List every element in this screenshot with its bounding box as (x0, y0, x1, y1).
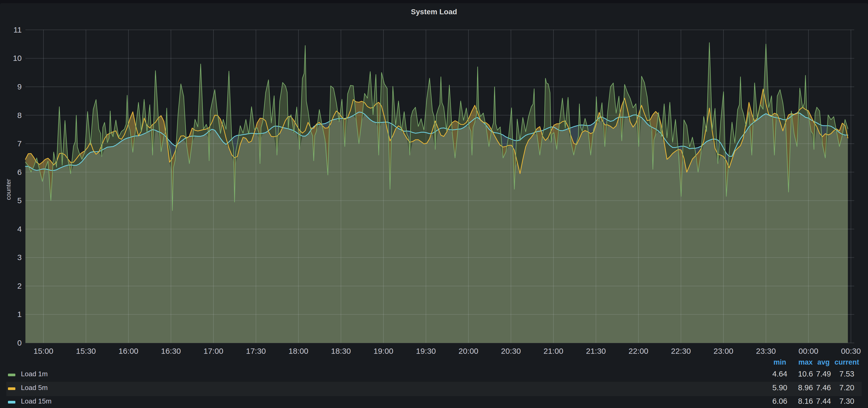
svg-text:0: 0 (17, 338, 22, 347)
svg-text:8.96: 8.96 (798, 383, 813, 392)
svg-text:7.46: 7.46 (816, 383, 831, 392)
svg-text:8.16: 8.16 (798, 397, 813, 405)
svg-text:max: max (798, 358, 813, 366)
svg-text:current: current (834, 358, 859, 366)
svg-text:Load 15m: Load 15m (21, 397, 52, 405)
svg-text:19:00: 19:00 (373, 347, 393, 355)
svg-text:Load 1m: Load 1m (21, 370, 48, 378)
svg-text:17:00: 17:00 (204, 347, 223, 355)
svg-text:16:00: 16:00 (118, 347, 138, 355)
svg-text:3: 3 (17, 253, 22, 262)
svg-text:00:30: 00:30 (841, 347, 861, 355)
svg-text:counter: counter (5, 179, 12, 200)
svg-text:avg: avg (817, 358, 830, 366)
svg-text:2: 2 (17, 281, 22, 290)
svg-text:18:00: 18:00 (288, 347, 308, 355)
svg-text:17:30: 17:30 (246, 347, 266, 355)
svg-text:System Load: System Load (411, 8, 457, 16)
svg-text:18:30: 18:30 (331, 347, 351, 355)
svg-text:9: 9 (17, 82, 22, 91)
svg-text:6: 6 (17, 168, 22, 176)
svg-text:8: 8 (17, 111, 22, 120)
svg-text:00:00: 00:00 (798, 347, 818, 355)
svg-text:23:30: 23:30 (756, 347, 776, 355)
svg-text:4: 4 (17, 225, 22, 233)
svg-text:7.49: 7.49 (816, 370, 831, 378)
svg-text:21:30: 21:30 (586, 347, 606, 355)
svg-text:6.06: 6.06 (772, 397, 787, 405)
svg-text:15:30: 15:30 (76, 347, 96, 355)
svg-text:11: 11 (13, 25, 22, 34)
svg-text:10: 10 (13, 54, 22, 62)
svg-text:23:00: 23:00 (713, 347, 733, 355)
svg-text:22:00: 22:00 (628, 347, 648, 355)
svg-text:16:30: 16:30 (161, 347, 181, 355)
svg-text:Load 5m: Load 5m (21, 384, 48, 392)
svg-text:7.44: 7.44 (816, 397, 831, 405)
svg-text:21:00: 21:00 (544, 347, 563, 355)
svg-text:5.90: 5.90 (772, 383, 787, 392)
svg-text:7.30: 7.30 (839, 397, 854, 405)
svg-text:19:30: 19:30 (416, 347, 436, 355)
svg-text:1: 1 (17, 310, 22, 318)
svg-text:7: 7 (17, 139, 22, 148)
svg-text:20:30: 20:30 (501, 347, 521, 355)
svg-text:min: min (773, 358, 786, 366)
svg-text:5: 5 (17, 196, 22, 205)
svg-text:7.53: 7.53 (839, 370, 854, 378)
svg-text:20:00: 20:00 (458, 347, 478, 355)
svg-text:10.6: 10.6 (798, 370, 813, 378)
svg-text:7.20: 7.20 (839, 383, 854, 392)
svg-text:15:00: 15:00 (33, 347, 53, 355)
svg-text:4.64: 4.64 (772, 370, 787, 378)
svg-text:22:30: 22:30 (671, 347, 691, 355)
